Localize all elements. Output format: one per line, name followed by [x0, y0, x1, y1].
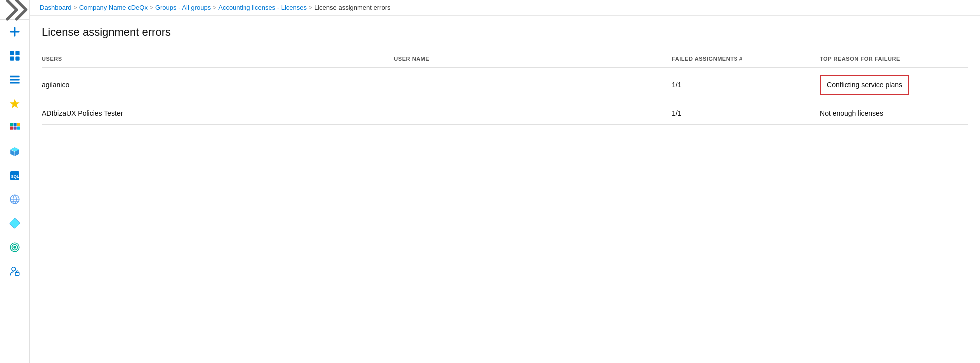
sidebar-item-list[interactable] — [0, 68, 30, 92]
dashboard-icon — [9, 50, 20, 61]
table-row: agilanico 1/1 Conflicting service plans — [42, 67, 968, 102]
list-icon — [9, 74, 20, 85]
table-row: ADIbizaUX Policies Tester 1/1 Not enough… — [42, 102, 968, 125]
svg-rect-22 — [15, 272, 19, 275]
svg-point-21 — [11, 267, 15, 271]
sidebar-item-favorites[interactable] — [0, 92, 30, 116]
svg-text:SQL: SQL — [11, 174, 19, 179]
col-header-users: USERS — [42, 51, 394, 67]
sidebar-item-sql[interactable]: SQL — [0, 164, 30, 187]
cell-username-1 — [394, 67, 672, 102]
svg-rect-2 — [10, 56, 14, 60]
breadcrumb: Dashboard > Company Name cDeQx > Groups … — [30, 0, 980, 16]
svg-rect-0 — [10, 51, 14, 55]
breadcrumb-licenses[interactable]: Accounting licenses - Licenses — [218, 4, 307, 11]
conflicting-plans-badge[interactable]: Conflicting service plans — [820, 75, 909, 95]
cell-reason-2: Not enough licenses — [820, 102, 968, 125]
license-errors-table: USERS USER NAME FAILED ASSIGNMENTS # TOP… — [42, 51, 968, 125]
cell-failed-2: 1/1 — [672, 102, 820, 125]
cell-failed-1: 1/1 — [672, 67, 820, 102]
cell-users-1: agilanico — [42, 67, 394, 102]
page-content: License assignment errors USERS USER NAM… — [30, 16, 980, 363]
package-icon — [9, 146, 20, 157]
svg-rect-13 — [17, 127, 20, 130]
svg-rect-9 — [13, 123, 16, 126]
svg-rect-8 — [10, 123, 13, 126]
sidebar-item-package[interactable] — [0, 140, 30, 164]
globe-icon — [9, 194, 20, 205]
svg-point-20 — [13, 246, 16, 249]
svg-rect-11 — [10, 127, 13, 130]
apps-icon — [9, 122, 20, 133]
breadcrumb-sep-4: > — [309, 4, 312, 11]
table-header-row: USERS USER NAME FAILED ASSIGNMENTS # TOP… — [42, 51, 968, 67]
plus-icon — [9, 26, 20, 37]
svg-rect-6 — [10, 82, 19, 83]
svg-rect-17 — [9, 218, 20, 229]
svg-rect-3 — [15, 56, 19, 60]
breadcrumb-sep-1: > — [74, 4, 77, 11]
col-header-reason: TOP REASON FOR FAILURE — [820, 51, 968, 67]
main-content: Dashboard > Company Name cDeQx > Groups … — [30, 0, 980, 363]
sidebar-expand-button[interactable] — [0, 0, 30, 20]
breadcrumb-sep-2: > — [150, 4, 153, 11]
breadcrumb-dashboard[interactable]: Dashboard — [40, 4, 72, 11]
col-header-username: USER NAME — [394, 51, 672, 67]
breadcrumb-sep-3: > — [213, 4, 216, 11]
sidebar: SQL — [0, 0, 30, 363]
page-title: License assignment errors — [42, 26, 968, 39]
svg-rect-12 — [13, 127, 16, 130]
breadcrumb-company[interactable]: Company Name cDeQx — [79, 4, 148, 11]
svg-rect-10 — [17, 123, 20, 126]
sidebar-item-diamond[interactable] — [0, 211, 30, 235]
diamond-icon — [9, 218, 20, 229]
breadcrumb-current: License assignment errors — [314, 4, 390, 11]
sidebar-item-add[interactable] — [0, 20, 30, 44]
sidebar-item-globe[interactable] — [0, 187, 30, 211]
svg-rect-1 — [15, 51, 19, 55]
svg-rect-5 — [10, 79, 19, 80]
sidebar-item-apps[interactable] — [0, 116, 30, 140]
cell-username-2 — [394, 102, 672, 125]
cell-users-2: ADIbizaUX Policies Tester — [42, 102, 394, 125]
user-lock-icon — [9, 266, 20, 277]
svg-marker-7 — [10, 99, 19, 108]
svg-rect-4 — [10, 76, 19, 77]
star-icon — [9, 98, 20, 109]
sql-icon: SQL — [9, 170, 20, 181]
cell-reason-1[interactable]: Conflicting service plans — [820, 67, 968, 102]
target-icon — [9, 242, 20, 253]
sidebar-item-user-lock[interactable] — [0, 259, 30, 283]
sidebar-item-dashboard[interactable] — [0, 44, 30, 68]
breadcrumb-groups[interactable]: Groups - All groups — [155, 4, 211, 11]
sidebar-item-target[interactable] — [0, 235, 30, 259]
col-header-failed: FAILED ASSIGNMENTS # — [672, 51, 820, 67]
